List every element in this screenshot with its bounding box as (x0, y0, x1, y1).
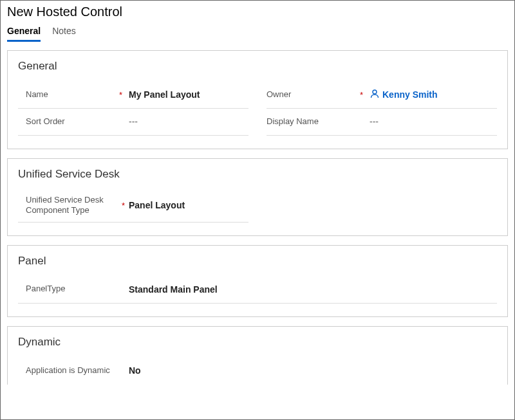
section-general: General Name * My Panel Layout Sort Orde… (7, 50, 508, 149)
required-indicator: * (122, 201, 129, 210)
field-sort-order[interactable]: Sort Order * --- (18, 109, 248, 136)
field-component-type[interactable]: Unified Service Desk Component Type * Pa… (18, 190, 248, 223)
label-component-type: Unified Service Desk Component Type (18, 195, 119, 216)
field-owner[interactable]: Owner * Kenny Smith (267, 82, 497, 109)
person-icon (370, 89, 380, 101)
tab-general[interactable]: General (7, 26, 41, 42)
value-is-dynamic: No (129, 365, 141, 376)
label-display-name: Display Name (267, 116, 319, 127)
value-panel-type: Standard Main Panel (129, 284, 218, 295)
label-name: Name (18, 89, 48, 100)
owner-name: Kenny Smith (382, 89, 438, 100)
page-title: New Hosted Control (7, 5, 508, 19)
required-indicator: * (51, 90, 129, 100)
section-usd-title: Unified Service Desk (18, 168, 497, 181)
svg-point-0 (373, 90, 377, 94)
section-panel-title: Panel (18, 255, 497, 268)
section-dynamic: Dynamic Application is Dynamic * No (7, 326, 508, 385)
required-indicator: * (294, 90, 370, 100)
section-general-title: General (18, 60, 497, 73)
label-owner: Owner (267, 89, 291, 100)
value-name: My Panel Layout (129, 89, 200, 100)
field-is-dynamic[interactable]: Application is Dynamic * No (18, 358, 248, 385)
tab-bar: General Notes (7, 26, 508, 42)
label-is-dynamic: Application is Dynamic (18, 365, 110, 376)
label-sort-order: Sort Order (18, 116, 65, 127)
tab-notes[interactable]: Notes (52, 26, 76, 42)
value-component-type: Panel Layout (129, 200, 185, 210)
label-panel-type: PanelType (18, 284, 65, 294)
section-usd: Unified Service Desk Unified Service Des… (7, 158, 508, 236)
value-sort-order: --- (129, 116, 138, 127)
value-owner[interactable]: Kenny Smith (370, 89, 438, 101)
field-panel-type[interactable]: PanelType * Standard Main Panel (18, 277, 497, 304)
section-panel: Panel PanelType * Standard Main Panel (7, 245, 508, 317)
value-display-name: --- (370, 116, 379, 127)
field-display-name[interactable]: Display Name * --- (267, 109, 497, 136)
section-dynamic-title: Dynamic (18, 336, 497, 349)
field-name[interactable]: Name * My Panel Layout (18, 82, 248, 109)
